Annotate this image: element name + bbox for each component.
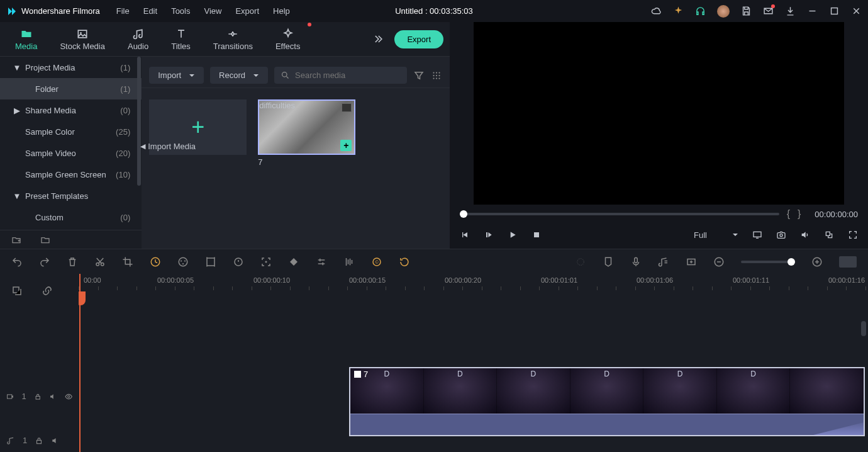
quality-dropdown[interactable]: Full (694, 230, 738, 240)
clip-audio-track[interactable] (350, 414, 864, 435)
step-forward-icon[interactable] (484, 230, 494, 240)
mail-icon[interactable] (763, 6, 774, 16)
tab-media[interactable]: Media (6, 24, 46, 55)
sidebar-sample-green[interactable]: Sample Green Screen (10) (0, 164, 142, 185)
menu-edit[interactable]: Edit (143, 6, 157, 16)
audio-sync-icon[interactable] (658, 256, 669, 268)
green-screen-icon[interactable] (205, 256, 216, 268)
cut-icon[interactable] (94, 256, 106, 268)
stack-icon[interactable] (11, 285, 23, 297)
color-icon[interactable] (177, 256, 189, 268)
headphones-icon[interactable] (695, 6, 706, 16)
sidebar-sample-video[interactable]: Sample Video (20) (0, 142, 142, 164)
close-icon[interactable] (851, 6, 862, 16)
zoom-out-icon[interactable] (713, 256, 725, 268)
tab-transitions[interactable]: Transitions (204, 24, 262, 55)
menu-help[interactable]: Help (273, 6, 290, 16)
auto-icon[interactable]: © (371, 256, 382, 268)
grid-view-icon[interactable] (431, 70, 442, 81)
folder-check-icon[interactable] (40, 235, 50, 245)
sidebar-shared-media[interactable]: ▶ Shared Media (0) (0, 99, 142, 121)
mark-in-button[interactable]: { (787, 208, 790, 220)
tab-effects[interactable]: Effects (267, 24, 309, 55)
sidebar-project-media[interactable]: ▼ Project Media (1) (0, 57, 142, 78)
menu-file[interactable]: File (116, 6, 130, 16)
timeline-ruler[interactable]: 00:00 00:00:00:05 00:00:00:10 00:00:00:1… (79, 274, 868, 293)
fullscreen-icon[interactable] (848, 230, 858, 240)
adjust-icon[interactable] (316, 256, 327, 268)
tab-titles[interactable]: Titles (162, 24, 199, 55)
audio-mix-icon[interactable] (343, 256, 355, 268)
seek-slider[interactable] (460, 213, 779, 215)
export-button[interactable]: Export (394, 30, 443, 48)
playhead-handle[interactable] (79, 291, 86, 305)
search-input[interactable] (295, 71, 401, 80)
minimize-icon[interactable] (807, 6, 818, 16)
keyframe-icon[interactable] (288, 256, 299, 268)
rotate-icon[interactable] (399, 256, 410, 268)
audio-track-head[interactable]: 1 (0, 429, 79, 452)
expand-icon[interactable]: ▼ (13, 191, 21, 201)
sidebar-folder[interactable]: Folder (1) (0, 78, 142, 99)
chevron-double-right-icon[interactable] (372, 33, 384, 45)
expand-icon[interactable]: ▼ (13, 63, 21, 72)
display-icon[interactable] (752, 230, 762, 240)
add-track-icon[interactable] (686, 256, 697, 268)
mark-out-button[interactable]: } (798, 208, 801, 220)
volume-icon[interactable] (800, 230, 810, 240)
media-clip[interactable]: +difficulties 7 (258, 99, 355, 167)
menu-view[interactable]: View (204, 6, 221, 16)
redo-icon[interactable] (39, 256, 50, 268)
maximize-icon[interactable] (829, 6, 840, 16)
new-folder-icon[interactable] (11, 235, 21, 245)
timeline-tracks[interactable]: 00:00 00:00:00:05 00:00:00:10 00:00:00:1… (79, 274, 868, 452)
sidebar-scrollbar[interactable] (137, 57, 141, 186)
mic-icon[interactable] (630, 256, 642, 268)
view-toggle[interactable] (839, 256, 857, 268)
timeline-clip[interactable]: 7 D D D D D D (349, 367, 865, 436)
menu-tools[interactable]: Tools (171, 6, 190, 16)
speed-icon[interactable] (150, 256, 161, 268)
snapshot-icon[interactable] (776, 230, 786, 240)
add-to-timeline-icon[interactable]: + (340, 140, 352, 151)
link-icon[interactable] (42, 285, 53, 297)
mute-icon[interactable] (49, 392, 57, 401)
marker-dashed-icon[interactable] (575, 256, 586, 268)
lock-icon[interactable] (35, 436, 43, 445)
crop-icon[interactable] (122, 256, 133, 268)
visibility-icon[interactable] (65, 392, 72, 401)
preview-screen[interactable] (474, 22, 844, 205)
marker-icon[interactable] (603, 256, 614, 268)
expand-icon[interactable]: ▶ (13, 106, 21, 115)
record-dropdown[interactable]: Record (210, 67, 268, 84)
user-avatar[interactable] (717, 5, 730, 18)
playhead[interactable] (79, 274, 81, 452)
delete-icon[interactable] (67, 256, 78, 268)
timeline-scrollbar[interactable] (861, 321, 866, 336)
video-track-head[interactable]: 1 (0, 363, 79, 429)
play-icon[interactable] (508, 230, 518, 240)
speed-ramp-icon[interactable] (233, 256, 244, 268)
tab-stock-media[interactable]: Stock Media (51, 24, 114, 55)
download-icon[interactable] (785, 6, 796, 16)
popout-icon[interactable] (824, 230, 834, 240)
zoom-in-icon[interactable] (811, 256, 823, 268)
lock-icon[interactable] (34, 392, 42, 401)
clip-thumbnail[interactable]: +difficulties (258, 99, 355, 155)
filter-icon[interactable] (413, 70, 425, 81)
import-media-label[interactable]: ◀ Import Media (140, 142, 196, 151)
menu-export[interactable]: Export (235, 6, 259, 16)
sidebar-custom[interactable]: Custom (0) (0, 206, 142, 228)
sidebar-sample-color[interactable]: Sample Color (25) (0, 121, 142, 142)
tracking-icon[interactable] (260, 256, 272, 268)
sidebar-preset-templates[interactable]: ▼ Preset Templates (0, 185, 142, 206)
undo-icon[interactable] (11, 256, 23, 268)
prev-frame-icon[interactable] (460, 230, 470, 240)
import-dropdown[interactable]: Import (149, 67, 204, 84)
sparkle-icon[interactable] (673, 6, 684, 16)
search-box[interactable] (274, 67, 407, 84)
mute-icon[interactable] (51, 436, 60, 445)
stop-icon[interactable] (531, 230, 542, 240)
clip-video-track[interactable]: 7 D D D D D D (350, 368, 864, 414)
zoom-slider[interactable] (741, 261, 795, 263)
